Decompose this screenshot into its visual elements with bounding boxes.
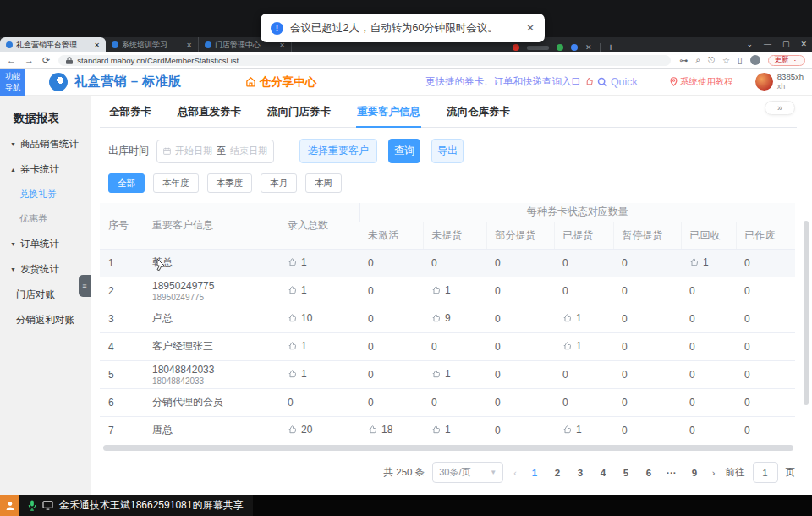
tab-favicon-green[interactable] [557, 44, 563, 51]
tab-close-icon[interactable]: ✕ [186, 41, 192, 49]
window-maximize-icon[interactable]: ▢ [782, 40, 790, 48]
search-button[interactable]: 查询 [388, 139, 420, 163]
count-link[interactable]: 1 [431, 368, 451, 380]
window-minimize-icon[interactable]: — [764, 40, 771, 48]
bookmark-star-icon[interactable]: ☆ [722, 56, 730, 65]
table-row[interactable]: 5180488420331804884203310100000 [100, 360, 795, 388]
new-tab-button[interactable]: + [608, 41, 614, 53]
table-row[interactable]: 3卢总100901000 [100, 305, 795, 332]
select-customer-button[interactable]: 选择重要客户 [299, 139, 377, 163]
share-center-link[interactable]: 仓分享中心 [245, 74, 317, 90]
goto-page-input[interactable] [753, 462, 778, 483]
tab-favicon-blue[interactable] [571, 44, 578, 51]
page-number-button[interactable]: 3 [573, 468, 588, 478]
participant-icon[interactable] [0, 495, 19, 516]
count-link[interactable]: 1 [288, 368, 307, 380]
quick-entry-link[interactable]: 更快捷的券卡、订单和快递查询入口 Quick [425, 75, 638, 88]
horizontal-scrollbar[interactable] [103, 445, 793, 451]
count-link[interactable]: 1 [288, 256, 307, 268]
window-close-icon[interactable]: ✕ [800, 40, 807, 48]
customer-cell[interactable]: 1895024977518950249775 [144, 277, 279, 305]
count-link[interactable]: 1 [562, 340, 582, 352]
sidebar-item[interactable]: ▼发货统计 [0, 256, 91, 282]
sidebar-collapse-handle[interactable]: ≡ [79, 275, 91, 297]
window-menu-icon[interactable]: ⌄ [746, 40, 753, 48]
sidebar-subitem[interactable]: 兑换礼券 [0, 182, 91, 206]
page-number-button[interactable]: 1 [527, 468, 542, 478]
count-link[interactable]: 1 [562, 312, 582, 324]
tab-item[interactable]: 流向仓库券卡 [446, 105, 511, 127]
tab-item[interactable]: 流向门店券卡 [266, 105, 332, 127]
forward-icon[interactable]: → [25, 56, 34, 65]
page-number-button[interactable]: 5 [618, 468, 634, 478]
page-size-select[interactable]: 30条/页 ▼ [432, 462, 503, 483]
date-range-input[interactable]: 开始日期 至 结束日期 [156, 140, 274, 163]
customer-cell[interactable]: 客户经理张三 [144, 332, 279, 360]
count-link[interactable]: 18 [368, 424, 392, 436]
count-link[interactable]: 1 [288, 340, 307, 352]
prev-page-button[interactable]: ‹ [511, 468, 519, 478]
tab-item[interactable]: 全部券卡 [108, 105, 152, 127]
quick-filter-button[interactable]: 本周 [305, 173, 342, 193]
table-row[interactable]: 1韩总10000010 [100, 249, 795, 277]
user-chip[interactable]: 8385xh xh [755, 72, 804, 91]
table-row[interactable]: 2189502497751895024977510100000 [100, 277, 795, 305]
count-link[interactable]: 20 [288, 424, 312, 436]
quick-filter-button[interactable]: 本年度 [153, 173, 199, 193]
customer-cell[interactable]: 1804884203318048842033 [144, 360, 279, 388]
export-button[interactable]: 导出 [431, 139, 464, 163]
sidebar-subitem[interactable]: 优惠券 [0, 206, 91, 231]
quick-label: Quick [611, 76, 638, 88]
banner-close-icon[interactable]: ✕ [526, 22, 535, 34]
count-link[interactable]: 1 [431, 284, 451, 296]
reload-icon[interactable]: ⟳ [42, 56, 50, 65]
password-key-icon[interactable]: ⊶ [679, 56, 688, 65]
tab-favicon-red[interactable] [513, 44, 519, 51]
table-row[interactable]: 7唐总2018101000 [100, 416, 795, 443]
quick-filter-button[interactable]: 全部 [108, 173, 145, 193]
chrome-update-button[interactable]: 更新 ⋮ [768, 55, 806, 66]
tabs-collapse-button[interactable]: » [765, 101, 795, 115]
zoom-icon[interactable]: ⌕ [695, 55, 700, 65]
back-icon[interactable]: ← [7, 56, 16, 65]
next-page-button[interactable]: › [710, 468, 718, 478]
sidebar-item[interactable]: 门店对账 [0, 282, 91, 307]
browser-tab[interactable]: 礼盒营销平台管理中心✕ [0, 37, 106, 52]
table-row[interactable]: 4客户经理张三10001000 [100, 332, 795, 360]
sidebar-item-label: 订单统计 [20, 238, 59, 250]
tutorial-link[interactable]: 系统使用教程 [670, 76, 733, 88]
count-link[interactable]: 1 [431, 424, 451, 436]
sidebar-item[interactable]: ▼商品销售统计 [0, 131, 91, 156]
page-number-button[interactable]: 9 [687, 468, 702, 478]
customer-cell[interactable]: 唐总 [144, 416, 279, 443]
sidebar-item[interactable]: 分销返利对账 [0, 307, 91, 332]
sidebar-item[interactable]: ▼订单统计 [0, 231, 91, 256]
tab-close-icon[interactable]: ✕ [94, 41, 100, 49]
tab-active[interactable]: 重要客户信息 [356, 105, 421, 128]
main-pane: 全部券卡总部直发券卡流向门店券卡重要客户信息流向仓库券卡 » 出库时间 开始日期… [91, 96, 812, 495]
address-bar[interactable]: standard.maboy.cn/CardMemberStatisticsLi… [58, 55, 671, 66]
count-link[interactable]: 1 [562, 424, 582, 436]
quick-filter-button[interactable]: 本月 [261, 173, 297, 193]
sidebar-item[interactable]: ▲券卡统计 [0, 156, 91, 182]
tab-title-hidden[interactable] [527, 46, 549, 50]
function-nav-toggle[interactable]: 功能 导航 [0, 69, 25, 96]
page-number-button[interactable]: 4 [595, 468, 611, 478]
customer-cell[interactable]: 卢总 [144, 305, 279, 332]
share-icon[interactable]: ⎋ [708, 55, 715, 65]
quick-filter-button[interactable]: 本季度 [207, 173, 253, 193]
table-row[interactable]: 6分销代理的会员00000000 [100, 388, 795, 416]
count-link[interactable]: 10 [288, 312, 312, 324]
count-link[interactable]: 1 [288, 284, 307, 296]
page-number-button[interactable]: 6 [641, 468, 656, 478]
count-link[interactable]: 9 [431, 312, 451, 324]
tab-close-icon[interactable]: ✕ [585, 43, 592, 52]
vertical-scrollbar[interactable] [804, 221, 809, 405]
count-link[interactable]: 1 [689, 256, 709, 268]
customer-cell[interactable]: 分销代理的会员 [144, 388, 279, 416]
page-number-button[interactable]: 2 [550, 468, 565, 478]
browser-tab[interactable]: 系统培训学习✕ [106, 37, 199, 52]
panel-icon[interactable]: ▯ [738, 56, 743, 65]
tab-item[interactable]: 总部直发券卡 [177, 105, 242, 127]
browser-profile-avatar[interactable] [750, 55, 760, 65]
